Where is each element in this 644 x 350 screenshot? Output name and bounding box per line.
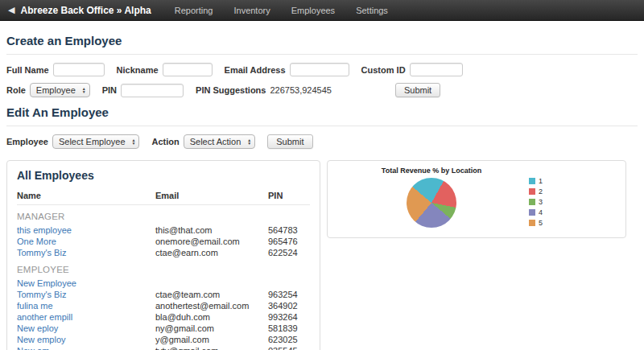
employee-pin: 965476: [268, 236, 310, 247]
back-chevron-icon[interactable]: ◀: [8, 5, 14, 15]
create-employee-submit-button[interactable]: Submit: [395, 83, 440, 97]
custom-id-input[interactable]: [410, 63, 463, 76]
select-arrows-icon: ▲▼: [82, 87, 86, 93]
employee-pin: [268, 278, 310, 289]
employees-table-body: MANAGER this employee this@that.com 5647…: [17, 205, 310, 350]
employee-email: tyty@gmail.com: [155, 345, 268, 350]
edit-employee-section: Edit An Employee Employee Select Employe…: [6, 105, 638, 149]
top-navbar: ◀ Abreeze Back Office » Alpha ReportingI…: [0, 0, 644, 21]
employee-name-link[interactable]: fulina me: [17, 300, 155, 311]
edit-employee-submit-button[interactable]: Submit: [267, 134, 312, 149]
legend-swatch: [529, 199, 535, 205]
chart-area: Total Revenue % by Location: [334, 167, 529, 229]
bottom-area: All Employees Name Email PIN MANAGER thi…: [6, 160, 638, 350]
legend-item: 4: [529, 208, 543, 216]
employee-email: y@gmail.com: [155, 334, 268, 345]
legend-label: 2: [539, 187, 543, 196]
table-row: New employ y@gmail.com 623025: [17, 334, 310, 345]
employee-group-label: EMPLOYEE: [17, 258, 310, 278]
column-header-pin: PIN: [268, 191, 310, 200]
create-employee-section: Create an Employee Full Name Nickname Em…: [6, 34, 638, 97]
employee-email: ctae@earn.com: [155, 247, 268, 258]
employee-email: ctae@team.com: [155, 289, 268, 300]
employee-pin: 623025: [268, 334, 310, 345]
table-row: this employee this@that.com 564783: [17, 224, 310, 236]
employee-pin: 963254: [268, 289, 310, 300]
role-label: Role: [6, 85, 26, 95]
app-title[interactable]: Abreeze Back Office » Alpha: [20, 5, 151, 16]
action-label: Action: [151, 137, 179, 146]
legend-label: 1: [539, 177, 543, 185]
nickname-label: Nickname: [117, 65, 159, 75]
nav-item[interactable]: Employees: [281, 6, 345, 15]
legend-swatch: [529, 209, 535, 216]
action-select[interactable]: Select Action ▲▼: [184, 134, 256, 149]
legend-swatch: [529, 178, 535, 184]
employee-name-link[interactable]: Tommy's Biz: [17, 289, 155, 300]
create-employee-title: Create an Employee: [6, 34, 638, 47]
legend-label: 5: [539, 219, 543, 227]
chart-title: Total Revenue % by Location: [382, 167, 481, 175]
employee-name-link[interactable]: Tommy's Biz: [17, 247, 155, 258]
table-row: fulina me anothertest@email.com 364902: [17, 300, 310, 311]
nav-item[interactable]: Reporting: [164, 6, 224, 15]
employee-group-label: MANAGER: [17, 205, 310, 224]
employee-email: ny@gmail.com: [155, 323, 268, 334]
chart-legend: 1 2 3 4 5: [529, 167, 543, 229]
employee-name-link[interactable]: New om: [17, 345, 155, 350]
custom-id-label: Custom ID: [361, 65, 406, 75]
employee-name-link[interactable]: One More: [17, 236, 155, 247]
employee-label: Employee: [6, 137, 48, 146]
pin-suggestions-label: PIN Suggestions: [196, 85, 266, 95]
revenue-chart-panel: Total Revenue % by Location 1 2 3 4 5: [327, 160, 626, 238]
employee-pin: 581839: [268, 323, 310, 334]
employee-email: this@that.com: [155, 224, 268, 236]
employee-pin: 364902: [268, 300, 310, 311]
pin-input[interactable]: [121, 84, 184, 97]
column-header-name: Name: [17, 191, 155, 200]
pin-suggestions-value: 226753,924545: [270, 85, 331, 95]
table-row: New om tyty@gmail.com 035545: [17, 345, 310, 350]
employee-email: anothertest@email.com: [155, 300, 268, 311]
employee-pin: 622524: [268, 247, 310, 258]
legend-item: 1: [529, 177, 543, 185]
employee-select[interactable]: Select Employee ▲▼: [52, 134, 140, 149]
section-divider: [6, 54, 638, 55]
employee-select-value: Select Employee: [59, 137, 126, 146]
email-address-input[interactable]: [290, 63, 349, 76]
column-header-email: Email: [155, 191, 268, 200]
table-row: One More onemore@email.com 965476: [17, 236, 310, 247]
select-arrows-icon: ▲▼: [132, 138, 136, 145]
full-name-input[interactable]: [53, 63, 105, 76]
edit-employee-title: Edit An Employee: [6, 105, 638, 119]
table-row: New Employee: [17, 278, 310, 289]
create-employee-row-2: Role Employee ▲▼ PIN PIN Suggestions 226…: [6, 83, 638, 97]
legend-item: 3: [529, 198, 543, 206]
legend-label: 4: [539, 208, 543, 216]
pin-label: PIN: [102, 85, 117, 95]
all-employees-panel: All Employees Name Email PIN MANAGER thi…: [6, 160, 320, 350]
all-employees-title: All Employees: [17, 169, 310, 182]
employee-name-link[interactable]: New Employee: [17, 278, 155, 289]
nav-item[interactable]: Inventory: [223, 6, 280, 15]
employee-email: onemore@email.com: [155, 236, 268, 247]
role-select[interactable]: Employee ▲▼: [30, 83, 90, 97]
employee-name-link[interactable]: this employee: [17, 224, 155, 236]
nav-item[interactable]: Settings: [345, 6, 398, 15]
employee-name-link[interactable]: New employ: [17, 334, 155, 345]
employee-email: bla@duh.com: [155, 311, 268, 323]
pie-chart: [407, 178, 456, 228]
create-employee-row-1: Full Name Nickname Email Address Custom …: [6, 63, 638, 76]
employee-name-link[interactable]: New eploy: [17, 323, 155, 334]
role-select-value: Employee: [36, 85, 76, 95]
nickname-input[interactable]: [163, 63, 213, 76]
employee-name-link[interactable]: another empill: [17, 311, 155, 323]
legend-item: 2: [529, 187, 543, 196]
app-window: ◀ Abreeze Back Office » Alpha ReportingI…: [0, 0, 644, 350]
legend-item: 5: [529, 219, 543, 227]
employees-table-header: Name Email PIN: [17, 191, 310, 205]
full-name-label: Full Name: [6, 65, 49, 75]
table-row: Tommy's Biz ctae@team.com 963254: [17, 289, 310, 300]
employee-pin: 564783: [268, 224, 310, 236]
edit-employee-row: Employee Select Employee ▲▼ Action Selec…: [6, 134, 638, 149]
